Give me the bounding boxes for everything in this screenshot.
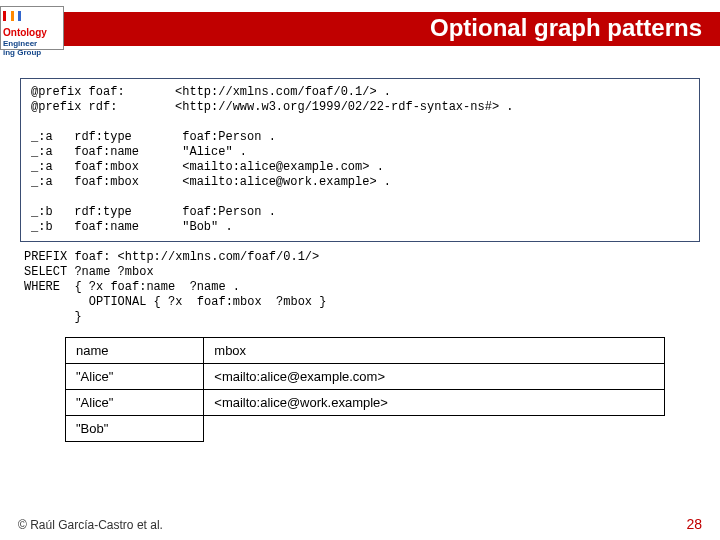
logo-stripe-icon bbox=[3, 11, 6, 21]
logo-stripe-icon bbox=[18, 11, 21, 21]
rdf-data-block: @prefix foaf: <http://xmlns.com/foaf/0.1… bbox=[20, 78, 700, 242]
table-row: "Alice" <mailto:alice@example.com> bbox=[66, 364, 665, 390]
col-mbox: mbox bbox=[204, 338, 665, 364]
logo-text-mid: Engineer bbox=[3, 39, 61, 48]
results-table: name mbox "Alice" <mailto:alice@example.… bbox=[65, 337, 665, 442]
sparql-query-block: PREFIX foaf: <http://xmlns.com/foaf/0.1/… bbox=[20, 242, 700, 327]
logo-stripe-icon bbox=[11, 11, 14, 21]
logo-text-top: Ontology bbox=[3, 27, 47, 38]
page-number: 28 bbox=[686, 516, 702, 532]
table-row: "Alice" <mailto:alice@work.example> bbox=[66, 390, 665, 416]
col-name: name bbox=[66, 338, 204, 364]
table-header-row: name mbox bbox=[66, 338, 665, 364]
table-row: "Bob" bbox=[66, 416, 665, 442]
footer-credit: © Raúl García-Castro et al. bbox=[18, 518, 163, 532]
logo-text-bot: ing Group bbox=[3, 48, 61, 57]
slide-title: Optional graph patterns bbox=[430, 14, 702, 42]
logo: Ontology Engineer ing Group bbox=[0, 6, 64, 50]
